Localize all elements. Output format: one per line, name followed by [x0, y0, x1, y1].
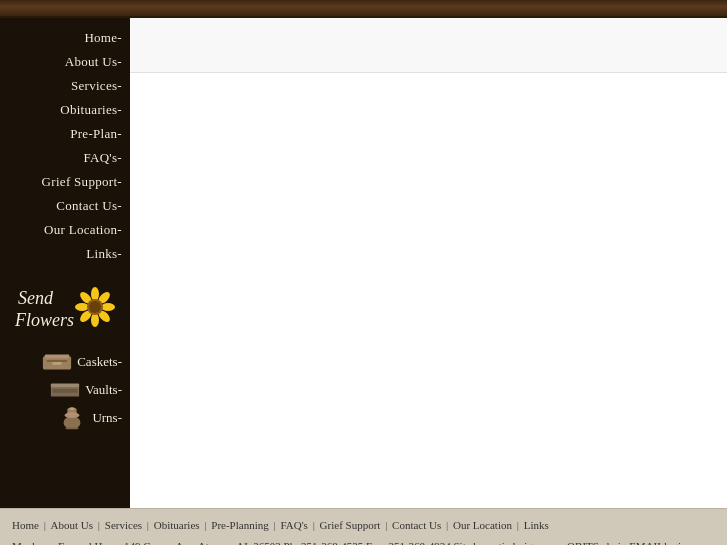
footer-separator: | — [95, 519, 103, 531]
svg-point-6 — [91, 313, 99, 327]
caskets-item[interactable]: Caskets — [0, 348, 130, 376]
footer-separator: | — [144, 519, 152, 531]
svg-rect-13 — [45, 354, 69, 358]
vaults-item[interactable]: Vaults — [0, 376, 130, 404]
svg-point-4 — [101, 303, 115, 311]
footer-separator: | — [443, 519, 451, 531]
footer-separator: | — [310, 519, 318, 531]
footer-links: Home | About Us | Services | Obituaries … — [12, 517, 715, 535]
svg-point-8 — [75, 303, 89, 311]
svg-rect-18 — [53, 389, 77, 393]
svg-rect-24 — [66, 427, 79, 429]
top-leather-bar — [0, 0, 727, 18]
main-content-area — [130, 18, 727, 508]
caskets-label: Caskets — [77, 354, 122, 370]
svg-point-11 — [89, 301, 101, 313]
sidebar-nav-contact-us[interactable]: Contact Us — [0, 194, 130, 218]
urns-item[interactable]: Urns — [0, 404, 130, 432]
footer-link-pre-planning[interactable]: Pre-Planning — [211, 519, 268, 531]
svg-rect-17 — [51, 383, 79, 387]
footer-admin-link[interactable]: OBITSadmin — [567, 540, 626, 545]
sidebar-nav-our-location[interactable]: Our Location — [0, 218, 130, 242]
sidebar-nav-faq-s[interactable]: FAQ's — [0, 146, 130, 170]
svg-rect-15 — [52, 362, 61, 365]
footer-separator: | — [271, 519, 279, 531]
footer-info: Mayberry Funeral Home 149 Carver Ave. At… — [12, 538, 715, 545]
svg-text:Send: Send — [18, 288, 54, 308]
svg-point-23 — [70, 407, 76, 410]
sidebar-nav-about-us[interactable]: About Us — [0, 50, 130, 74]
svg-point-2 — [91, 287, 99, 301]
footer-separator: | — [41, 519, 49, 531]
footer-link-grief-support[interactable]: Grief Support — [320, 519, 381, 531]
footer-link-home[interactable]: Home — [12, 519, 39, 531]
footer-separator: | — [514, 519, 522, 531]
sidebar: HomeAbout UsServicesObituariesPre-PlanFA… — [0, 18, 130, 508]
footer-link-services[interactable]: Services — [105, 519, 142, 531]
footer-separator: | — [202, 519, 210, 531]
footer-separator: | — [382, 519, 390, 531]
footer-link-contact-us[interactable]: Contact Us — [392, 519, 441, 531]
content-body — [130, 73, 727, 473]
urns-label: Urns — [92, 410, 122, 426]
svg-text:Flowers: Flowers — [14, 310, 74, 330]
casket-icon — [41, 351, 73, 373]
sidebar-nav-grief-support[interactable]: Grief Support — [0, 170, 130, 194]
sidebar-nav-links[interactable]: Links — [0, 242, 130, 266]
svg-point-19 — [64, 416, 81, 429]
sidebar-nav-home[interactable]: Home — [0, 26, 130, 50]
footer-link-links[interactable]: Links — [524, 519, 549, 531]
sidebar-products: Caskets Vaults — [0, 348, 130, 432]
footer: Home | About Us | Services | Obituaries … — [0, 508, 727, 545]
vault-icon — [49, 379, 81, 401]
content-header — [130, 18, 727, 73]
svg-rect-14 — [47, 360, 68, 362]
footer-link-about-us[interactable]: About Us — [51, 519, 93, 531]
sidebar-nav-services[interactable]: Services — [0, 74, 130, 98]
footer-link-our-location[interactable]: Our Location — [453, 519, 512, 531]
urn-icon — [56, 407, 88, 429]
send-flowers-graphic: Send Flowers — [10, 282, 120, 332]
footer-link-faq-s[interactable]: FAQ's — [280, 519, 307, 531]
sidebar-nav-obituaries[interactable]: Obituaries — [0, 98, 130, 122]
footer-email-link[interactable]: EMAILlogin — [629, 540, 686, 545]
vaults-label: Vaults — [85, 382, 122, 398]
svg-point-21 — [65, 412, 80, 418]
sidebar-navigation: HomeAbout UsServicesObituariesPre-PlanFA… — [0, 26, 130, 266]
footer-link-obituaries[interactable]: Obituaries — [154, 519, 200, 531]
main-wrapper: HomeAbout UsServicesObituariesPre-PlanFA… — [0, 18, 727, 508]
sidebar-nav-pre-plan[interactable]: Pre-Plan — [0, 122, 130, 146]
send-flowers-widget[interactable]: Send Flowers — [10, 278, 120, 336]
